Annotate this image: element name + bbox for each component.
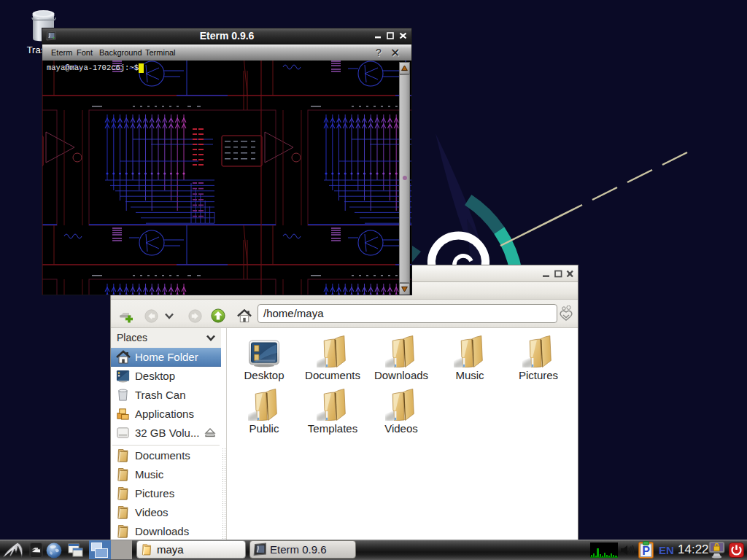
svg-text:P: P [642, 545, 650, 557]
